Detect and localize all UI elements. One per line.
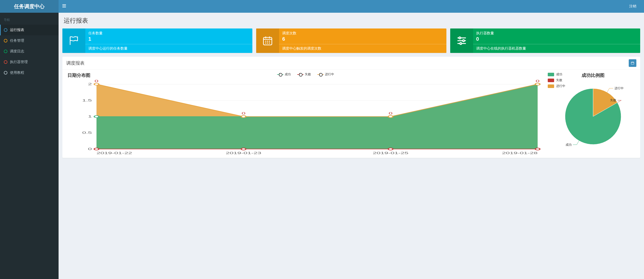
page-title: 运行报表 (64, 17, 639, 25)
info-desc: 调度中心触发的调度次数 (279, 44, 446, 53)
info-value: 1 (88, 36, 249, 42)
svg-point-25 (241, 116, 246, 118)
svg-text:1.5: 1.5 (82, 99, 92, 102)
sidebar-item-1[interactable]: 任务管理 (0, 35, 59, 46)
svg-point-1 (459, 37, 461, 39)
sidebar-item-label: 调度日志 (10, 49, 24, 54)
svg-point-27 (535, 83, 540, 85)
circle-icon (4, 50, 7, 53)
sidebar-item-4[interactable]: 使用教程 (0, 67, 59, 78)
svg-text:2019-01-28: 2019-01-28 (502, 151, 538, 155)
svg-text:2019-01-23: 2019-01-23 (226, 151, 261, 155)
legend-item[interactable]: 成功 (548, 72, 565, 77)
svg-point-3 (460, 42, 461, 44)
area-chart: 日期分布图 成功失败进行中 00.511.5200002019-01-22201… (65, 72, 546, 155)
sidebar-item-3[interactable]: 执行器管理 (0, 57, 59, 67)
svg-text:1: 1 (88, 115, 92, 118)
svg-point-2 (462, 40, 464, 41)
svg-text:成功: 成功 (566, 143, 572, 146)
svg-point-24 (94, 83, 99, 85)
sidebar: 导航 运行报表任务管理调度日志执行器管理使用教程 (0, 13, 59, 279)
header-bar: 注销 (59, 0, 644, 13)
info-label: 任务数量 (88, 31, 249, 36)
svg-text:进行中: 进行中 (614, 86, 624, 90)
panel-title: 调度报表 (66, 60, 85, 66)
area-chart-legend: 成功失败进行中 (65, 72, 546, 77)
info-value: 0 (476, 36, 637, 42)
svg-text:0: 0 (242, 112, 245, 115)
svg-text:2: 2 (88, 82, 92, 86)
sidebar-item-label: 使用教程 (10, 70, 24, 75)
svg-text:失败: 失败 (610, 98, 616, 102)
info-box-schedule: 调度次数 6 调度中心触发的调度次数 (256, 28, 446, 53)
hamburger-icon[interactable] (62, 4, 66, 9)
info-box-executors: 执行器数量 0 调度中心在线的执行器机器数量 (450, 28, 640, 53)
pie-chart-svg: 进行中失败成功 (549, 78, 638, 155)
content: 运行报表 任务数量 1 调度中心运行的任务数量 (59, 13, 644, 279)
info-boxes: 任务数量 1 调度中心运行的任务数量 调度次数 6 调度中心触发的调度次数 (62, 28, 640, 53)
date-picker-button[interactable] (629, 59, 636, 67)
pie-chart: 成功失败进行中 成功比例图 进行中失败成功 (549, 72, 638, 155)
chart-panel: 调度报表 日期分布图 成功失败进行中 00.511.5200002019-01-… (62, 57, 640, 158)
svg-point-26 (388, 116, 393, 118)
svg-text:2019-01-25: 2019-01-25 (373, 151, 408, 155)
info-box-tasks: 任务数量 1 调度中心运行的任务数量 (62, 28, 252, 53)
logout-link[interactable]: 注销 (625, 2, 640, 11)
svg-point-16 (94, 116, 99, 118)
header: 任务调度中心 注销 (0, 0, 644, 13)
info-desc: 调度中心在线的执行器机器数量 (473, 44, 640, 53)
svg-rect-4 (631, 62, 634, 64)
circle-icon (4, 71, 7, 75)
legend-item[interactable]: 失败 (297, 72, 311, 77)
svg-point-21 (241, 148, 246, 150)
info-label: 调度次数 (282, 31, 443, 36)
circle-icon (4, 28, 7, 32)
sidebar-item-label: 执行器管理 (10, 60, 28, 64)
svg-text:0: 0 (94, 79, 98, 83)
svg-text:0: 0 (536, 79, 540, 83)
sidebar-item-label: 运行报表 (10, 28, 24, 32)
app-logo: 任务调度中心 (0, 0, 59, 13)
svg-text:0.5: 0.5 (82, 131, 92, 134)
circle-icon (4, 39, 7, 42)
svg-text:2019-01-22: 2019-01-22 (97, 151, 132, 155)
svg-text:0: 0 (389, 112, 392, 115)
sidebar-item-2[interactable]: 调度日志 (0, 46, 59, 57)
legend-item[interactable]: 进行中 (317, 72, 334, 77)
svg-text:0: 0 (88, 147, 92, 151)
info-label: 执行器数量 (476, 31, 637, 36)
sliders-icon (450, 28, 473, 53)
flag-icon (62, 28, 85, 53)
info-desc: 调度中心运行的任务数量 (85, 44, 252, 53)
calendar-icon (256, 28, 279, 53)
sidebar-title: 导航 (0, 15, 59, 25)
info-value: 6 (282, 36, 443, 42)
sidebar-item-0[interactable]: 运行报表 (0, 25, 59, 35)
svg-point-23 (535, 148, 540, 150)
area-chart-svg: 00.511.5200002019-01-222019-01-232019-01… (67, 79, 543, 155)
sidebar-item-label: 任务管理 (10, 38, 24, 43)
circle-icon (4, 60, 7, 64)
svg-point-20 (94, 148, 99, 150)
svg-point-22 (388, 148, 393, 150)
legend-item[interactable]: 成功 (277, 72, 291, 77)
